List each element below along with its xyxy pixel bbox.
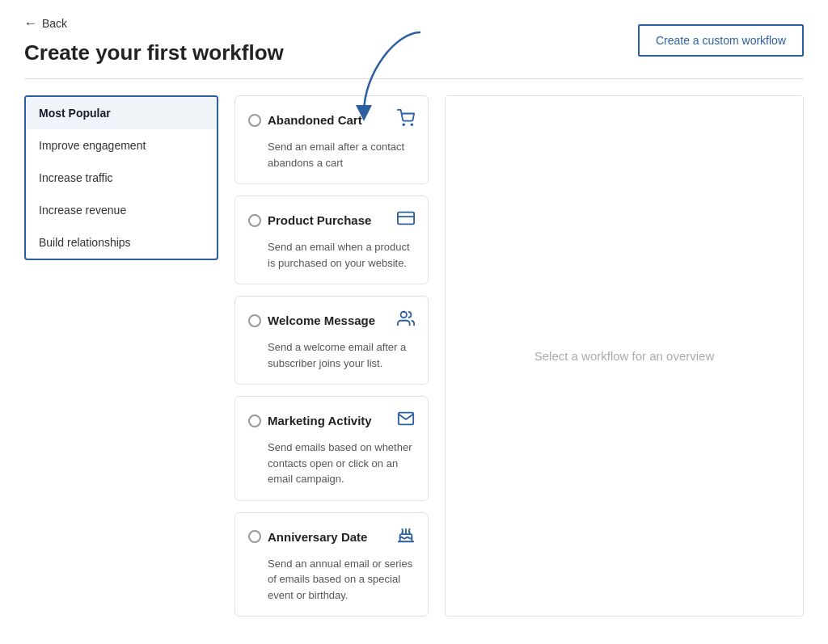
workflow-card-product-purchase[interactable]: Product PurchaseSend an email when a pro… [234,196,429,284]
workflow-title-abandoned-cart: Abandoned Cart [268,113,362,127]
workflow-title-anniversary-date: Anniversary Date [268,530,367,544]
workflow-radio-welcome-message[interactable] [248,314,261,327]
sidebar: Most PopularImprove engagementIncrease t… [24,95,218,260]
workflow-card-abandoned-cart[interactable]: Abandoned CartSend an email after a cont… [234,95,429,184]
sidebar-item-increase-revenue[interactable]: Increase revenue [26,194,217,226]
back-label: Back [42,17,67,30]
workflow-icon-marketing-activity [397,410,415,431]
sidebar-item-increase-traffic[interactable]: Increase traffic [26,162,217,194]
right-panel: Select a workflow for an overview [445,95,804,617]
right-panel-placeholder: Select a workflow for an overview [534,349,715,363]
back-arrow-icon: ← [24,16,37,31]
workflow-card-header-abandoned-cart: Abandoned Cart [248,109,415,131]
workflow-card-header-welcome-message: Welcome Message [248,309,415,331]
back-link[interactable]: ← Back [24,16,284,31]
workflow-radio-product-purchase[interactable] [248,214,261,227]
header-left: ← Back Create your first workflow [24,16,284,65]
workflow-card-header-marketing-activity: Marketing Activity [248,410,415,431]
create-custom-workflow-button[interactable]: Create a custom workflow [638,24,804,57]
main-content: Most PopularImprove engagementIncrease t… [0,79,828,633]
workflow-radio-abandoned-cart[interactable] [248,114,261,127]
workflow-title-product-purchase: Product Purchase [268,213,371,227]
workflow-card-marketing-activity[interactable]: Marketing ActivitySend emails based on w… [234,396,429,501]
workflow-card-header-anniversary-date: Anniversary Date [248,526,415,548]
workflow-card-welcome-message[interactable]: Welcome MessageSend a welcome email afte… [234,296,429,385]
sidebar-item-build-relationships[interactable]: Build relationships [26,226,217,259]
sidebar-item-most-popular[interactable]: Most Popular [26,97,217,129]
workflows-list: Abandoned CartSend an email after a cont… [234,95,429,617]
svg-rect-2 [398,213,414,225]
workflow-radio-marketing-activity[interactable] [248,415,261,427]
workflow-title-welcome-message: Welcome Message [268,314,375,327]
workflow-desc-product-purchase: Send an email when a product is purchase… [248,239,415,271]
workflow-desc-welcome-message: Send a welcome email after a subscriber … [248,339,415,371]
workflow-icon-welcome-message [397,309,415,331]
workflow-card-anniversary-date[interactable]: Anniversary DateSend an annual email or … [234,512,429,617]
workflow-desc-abandoned-cart: Send an email after a contact abandons a… [248,139,415,170]
workflow-radio-anniversary-date[interactable] [248,530,261,543]
svg-point-0 [403,124,404,125]
workflow-title-marketing-activity: Marketing Activity [268,414,372,427]
svg-point-4 [401,312,407,318]
sidebar-item-improve-engagement[interactable]: Improve engagement [26,129,217,162]
workflow-icon-anniversary-date [397,526,415,548]
page-title: Create your first workflow [24,40,284,65]
svg-point-1 [411,124,412,125]
workflow-icon-product-purchase [397,209,415,231]
workflow-card-header-product-purchase: Product Purchase [248,209,415,231]
workflow-desc-marketing-activity: Send emails based on whether contacts op… [248,440,415,487]
header: ← Back Create your first workflow Create… [0,0,828,65]
workflow-desc-anniversary-date: Send an annual email or series of emails… [248,556,415,604]
workflow-icon-abandoned-cart [397,109,415,131]
